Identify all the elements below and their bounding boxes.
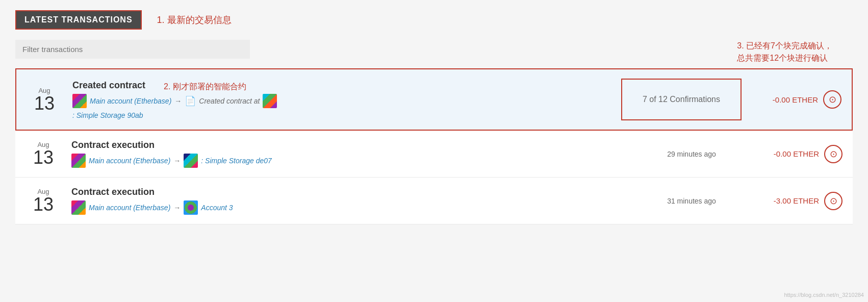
tx-detail-btn-3[interactable]: ⊙ [824, 192, 843, 210]
tx-detail-btn-1[interactable]: ⊙ [823, 90, 841, 109]
tx-to-name-1[interactable]: : Simple Storage 90ab [72, 111, 143, 119]
tx-amount-1: -0.00 ETHER [742, 95, 823, 104]
tx-to-label-1: Created contract at [199, 97, 260, 105]
tx-date-3: Aug 13 [25, 188, 61, 214]
annotation-2: 2. 刚才部署的智能合约 [164, 82, 246, 92]
tx-row-3: Aug 13 Contract execution Main account (… [15, 178, 853, 224]
arrow-1: → [174, 97, 182, 105]
tx-row-1: Aug 13 Created contract 2. 刚才部署的智能合约 Mai… [15, 68, 853, 131]
tx-from-3[interactable]: Main account (Etherbase) [89, 204, 170, 212]
tx-type-3: Contract execution [71, 187, 356, 197]
annotation-3-line2: 总共需要12个块进行确认 [737, 52, 832, 64]
tx-day-2: 13 [33, 147, 54, 168]
arrow-2: → [173, 157, 181, 165]
tx-amount-2: -0.00 ETHER [743, 149, 824, 158]
arrow-3: → [173, 204, 181, 212]
page-title: LATEST TRANSACTIONS [24, 15, 133, 24]
tx-details-3: Contract execution Main account (Etherba… [61, 187, 356, 215]
tx-amount-3: -3.00 ETHER [743, 196, 824, 205]
tx-to-name-2[interactable]: : Simple Storage de07 [201, 157, 272, 165]
avatar-contract-1 [263, 94, 277, 108]
tx-type-2: Contract execution [71, 140, 356, 150]
tx-to-name-3[interactable]: Account 3 [201, 204, 233, 212]
tx-detail-btn-2[interactable]: ⊙ [824, 145, 843, 163]
avatar-main-2 [71, 154, 86, 168]
tx-details-2: Contract execution Main account (Etherba… [61, 140, 356, 168]
confirmations-text: 7 of 12 Confirmations [643, 95, 720, 104]
page-title-box: LATEST TRANSACTIONS [15, 10, 142, 30]
avatar-storage1 [184, 154, 198, 168]
avatar-main-1 [72, 94, 87, 108]
tx-date-2: Aug 13 [25, 141, 61, 167]
annotation-1: 1. 最新的交易信息 [157, 14, 232, 26]
avatar-account3 [184, 200, 198, 215]
tx-flow-3: Main account (Etherbase) → Account 3 [71, 200, 356, 215]
tx-flow-1: Main account (Etherbase) → 📄 Created con… [72, 94, 347, 119]
tx-status-2: 29 minutes ago [641, 150, 743, 158]
doc-icon-1: 📄 [185, 95, 196, 107]
tx-day-1: 13 [34, 93, 55, 114]
filter-input[interactable] [15, 40, 250, 59]
avatar-main-3 [71, 200, 86, 215]
annotation-3-line1: 3. 已经有7个块完成确认， [737, 40, 832, 52]
tx-day-3: 13 [33, 194, 54, 215]
tx-type-1: Created contract [72, 80, 145, 91]
watermark: https://blog.csdn.net/n_3210284 [784, 292, 864, 298]
tx-date-1: Aug 13 [27, 87, 62, 113]
confirmations-box: 7 of 12 Confirmations [621, 79, 742, 120]
tx-from-1[interactable]: Main account (Etherbase) [90, 97, 171, 105]
transactions-list: Aug 13 Created contract 2. 刚才部署的智能合约 Mai… [15, 68, 853, 224]
tx-flow-2: Main account (Etherbase) → : Simple Stor… [71, 154, 356, 168]
tx-details-1: Created contract 2. 刚才部署的智能合约 Main accou… [62, 80, 347, 119]
tx-status-3: 31 minutes ago [641, 197, 743, 205]
tx-from-2[interactable]: Main account (Etherbase) [89, 157, 170, 165]
tx-row-2: Aug 13 Contract execution Main account (… [15, 131, 853, 178]
